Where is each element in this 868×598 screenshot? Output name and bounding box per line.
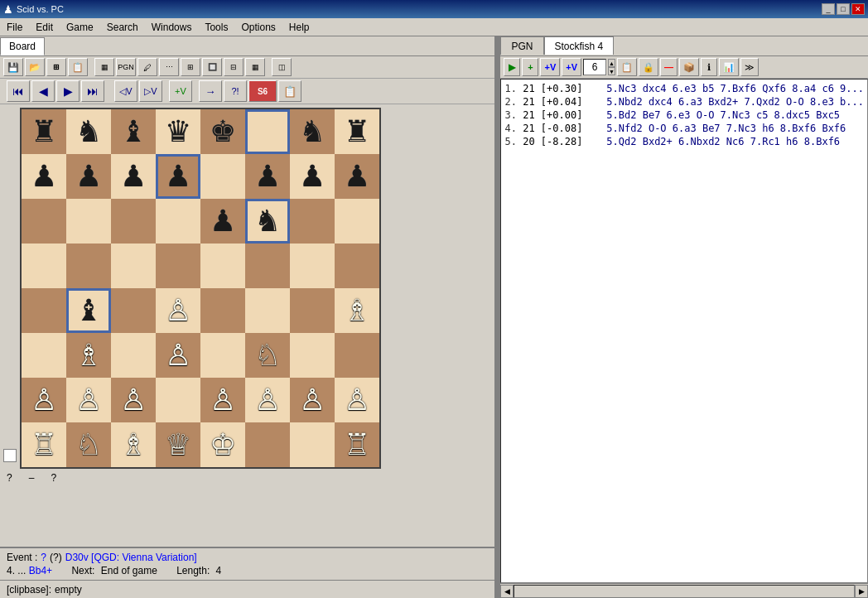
sq-f5[interactable]: [245, 244, 290, 288]
engine-copy-btn[interactable]: 📋: [617, 58, 637, 76]
board-checkbox[interactable]: [3, 449, 17, 462]
sq-g7[interactable]: ♟: [290, 154, 335, 199]
menu-file[interactable]: File: [0, 18, 29, 36]
scroll-right-btn[interactable]: ▶: [855, 585, 868, 598]
sq-g2[interactable]: ♙: [290, 378, 335, 422]
nav-next[interactable]: ▶: [56, 80, 80, 102]
sq-e7[interactable]: [200, 154, 245, 199]
sq-b2[interactable]: ♙: [66, 378, 111, 422]
sq-b6[interactable]: [66, 199, 111, 244]
tb-btn11[interactable]: ⊟: [224, 58, 244, 76]
tb-btn7[interactable]: 🖊: [137, 58, 157, 76]
tb-copy[interactable]: 📋: [68, 58, 88, 76]
tb-btn10[interactable]: 🔲: [202, 58, 222, 76]
sq-e2[interactable]: ♙: [200, 378, 245, 422]
nav-first[interactable]: ⏮: [7, 80, 30, 102]
tb-btn6[interactable]: PGN: [116, 58, 136, 76]
sq-d7[interactable]: ♟: [156, 154, 200, 199]
menu-options[interactable]: Options: [234, 18, 282, 36]
sq-e4[interactable]: [200, 288, 245, 333]
sq-g3[interactable]: [290, 333, 335, 378]
sq-e6[interactable]: ♟: [200, 199, 245, 244]
nav-prev-var[interactable]: ◁V: [114, 80, 137, 102]
menu-game[interactable]: Game: [60, 18, 100, 36]
sq-b7[interactable]: ♟: [66, 154, 111, 199]
sq-e1[interactable]: ♔: [200, 422, 245, 467]
sq-c2[interactable]: ♙: [111, 378, 156, 422]
tb-btn12[interactable]: ▦: [245, 58, 265, 76]
move-value[interactable]: Bb4+: [29, 565, 52, 576]
nav-add-var[interactable]: +V: [169, 80, 192, 102]
sq-a6[interactable]: [22, 199, 66, 244]
sq-b8[interactable]: ♞: [66, 109, 111, 154]
tb-open[interactable]: 📂: [25, 58, 45, 76]
sq-d2[interactable]: [156, 378, 200, 422]
sq-c8[interactable]: ♝: [111, 109, 156, 154]
sq-c6[interactable]: [111, 199, 156, 244]
sq-g5[interactable]: [290, 244, 335, 288]
menu-edit[interactable]: Edit: [29, 18, 60, 36]
sq-a5[interactable]: [22, 244, 66, 288]
sq-g8[interactable]: ♞: [290, 109, 335, 154]
horizontal-scrollbar[interactable]: [514, 585, 855, 598]
engine-more-btn[interactable]: ≫: [740, 58, 759, 76]
sq-e3[interactable]: [200, 333, 245, 378]
sq-h5[interactable]: [335, 244, 379, 288]
nav-last[interactable]: ⏭: [81, 80, 104, 102]
engine-plus-v2-btn[interactable]: +V: [562, 58, 581, 76]
event-value[interactable]: ?: [41, 552, 46, 563]
sq-a3[interactable]: [22, 333, 66, 378]
sq-a1[interactable]: ♖: [22, 422, 66, 467]
sq-h3[interactable]: [335, 333, 379, 378]
sq-d6[interactable]: [156, 199, 200, 244]
sq-f2[interactable]: ♙: [245, 378, 290, 422]
menu-tools[interactable]: Tools: [198, 18, 234, 36]
maximize-button[interactable]: □: [837, 3, 850, 15]
sq-h1[interactable]: ♖: [335, 422, 379, 467]
nav-special[interactable]: S6: [248, 80, 277, 102]
opening-code[interactable]: D30v [QGD: Vienna Variation]: [65, 552, 197, 563]
engine-info-btn[interactable]: ℹ: [701, 58, 717, 76]
engine-plus-v-btn[interactable]: +V: [540, 58, 560, 76]
sq-h6[interactable]: [335, 199, 379, 244]
engine-spin-up[interactable]: ▲: [608, 59, 615, 67]
nav-arrow[interactable]: →: [199, 80, 222, 102]
nav-var2[interactable]: ▷V: [139, 80, 162, 102]
menu-help[interactable]: Help: [282, 18, 316, 36]
engine-stop-btn[interactable]: —: [660, 58, 678, 76]
sq-b3[interactable]: ♗: [66, 333, 111, 378]
board-tab[interactable]: Board: [0, 37, 45, 55]
engine-num-field[interactable]: 6: [583, 59, 606, 75]
tb-btn9[interactable]: ⊞: [181, 58, 200, 76]
sq-g1[interactable]: [290, 422, 335, 467]
sq-a4[interactable]: [22, 288, 66, 333]
menu-search[interactable]: Search: [100, 18, 145, 36]
sq-b5[interactable]: [66, 244, 111, 288]
engine-pack-btn[interactable]: 📦: [679, 58, 699, 76]
sq-a2[interactable]: ♙: [22, 378, 66, 422]
sq-f6[interactable]: ♞: [245, 199, 290, 244]
sq-f3[interactable]: ♘: [245, 333, 290, 378]
sq-a8[interactable]: ♜: [22, 109, 66, 154]
minimize-button[interactable]: _: [822, 3, 835, 15]
tb-save[interactable]: ⊞: [46, 58, 66, 76]
sq-g6[interactable]: [290, 199, 335, 244]
sq-c1[interactable]: ♗: [111, 422, 156, 467]
sq-g4[interactable]: [290, 288, 335, 333]
scroll-left-btn[interactable]: ◀: [500, 585, 514, 598]
sq-d5[interactable]: [156, 244, 200, 288]
tb-btn5[interactable]: ▦: [94, 58, 114, 76]
nav-clipboard[interactable]: 📋: [278, 80, 301, 102]
tab-pgn[interactable]: PGN: [500, 36, 543, 55]
sq-h4[interactable]: ♗: [335, 288, 379, 333]
sq-h8[interactable]: ♜: [335, 109, 379, 154]
sq-d3[interactable]: ♙: [156, 333, 200, 378]
sq-f4[interactable]: [245, 288, 290, 333]
nav-flag[interactable]: ?!: [224, 80, 247, 102]
nav-prev[interactable]: ◀: [31, 80, 55, 102]
sq-h2[interactable]: ♙: [335, 378, 379, 422]
sq-e5[interactable]: [200, 244, 245, 288]
sq-c4[interactable]: [111, 288, 156, 333]
engine-chart-btn[interactable]: 📊: [719, 58, 739, 76]
sq-c7[interactable]: ♟: [111, 154, 156, 199]
